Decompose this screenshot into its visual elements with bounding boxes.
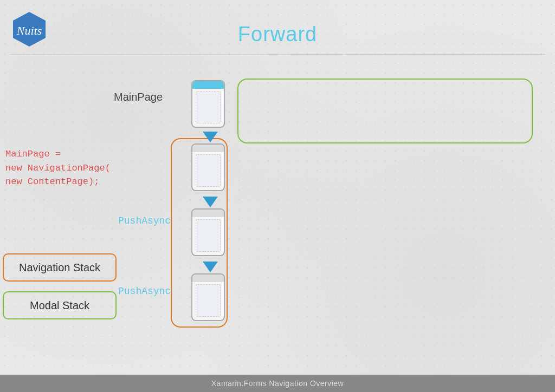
push-async-label-2: PushAsync [118,286,171,297]
code-line-2: new NavigationPage( [5,161,111,175]
code-line-1: MainPage = [5,147,111,161]
footer-text: Xamarin.Forms Navigation Overview [211,379,344,388]
modal-stack-label: Modal Stack [30,299,89,312]
phone-level-2 [191,208,225,256]
code-block: MainPage = new NavigationPage( new Conte… [5,147,111,189]
modal-stack-box: Modal Stack [3,291,117,319]
footer: Xamarin.Forms Navigation Overview [0,375,555,392]
phone-level-1 [191,143,225,191]
code-line-3: new ContentPage); [5,175,111,189]
green-content-box [237,79,533,143]
page-title: Forward [0,23,555,46]
phone-mainpage [191,80,225,128]
phone-level-3 [191,273,225,321]
navigation-stack-label: Navigation Stack [19,262,100,274]
push-async-label-1: PushAsync [118,215,171,226]
divider [10,54,545,55]
navigation-stack-box: Navigation Stack [3,253,117,282]
arrow-down-2 [203,197,218,207]
mainpage-label: MainPage [114,91,163,103]
arrow-down-1 [203,132,218,142]
arrow-down-3 [203,262,218,272]
